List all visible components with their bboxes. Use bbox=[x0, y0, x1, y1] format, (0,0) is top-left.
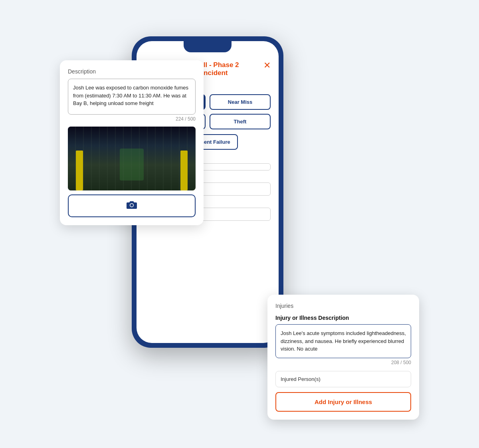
corridor-overlay bbox=[68, 127, 196, 190]
photo-preview bbox=[68, 127, 196, 190]
incident-type-theft[interactable]: Theft bbox=[210, 114, 271, 129]
camera-button[interactable] bbox=[68, 194, 196, 217]
close-button[interactable]: ✕ bbox=[263, 60, 271, 71]
illness-description-textarea[interactable]: Josh Lee's acute symptoms included light… bbox=[275, 324, 411, 358]
camera-icon bbox=[126, 200, 137, 210]
add-injury-button[interactable]: Add Injury or Illness bbox=[275, 392, 411, 412]
description-textarea[interactable]: Josh Lee was exposed to carbon monoxide … bbox=[68, 79, 196, 115]
description-card-title: Description bbox=[68, 68, 196, 75]
illness-description-label: Injury or Illness Description bbox=[275, 315, 411, 321]
description-char-count: 224 / 500 bbox=[68, 116, 196, 122]
injured-persons-field[interactable]: Injured Person(s) bbox=[275, 371, 411, 387]
injuries-section-title: Injuries bbox=[275, 303, 411, 309]
photo-preview-inner bbox=[68, 127, 196, 190]
description-card: Description Josh Lee was exposed to carb… bbox=[60, 60, 204, 225]
left-pillar bbox=[76, 151, 83, 190]
svg-point-0 bbox=[131, 204, 133, 207]
illness-char-count: 208 / 500 bbox=[275, 360, 411, 365]
phone-notch bbox=[184, 41, 232, 52]
incident-type-near-miss[interactable]: Near Miss bbox=[210, 94, 271, 110]
injuries-card: Injuries Injury or Illness Description J… bbox=[267, 295, 419, 420]
right-pillar bbox=[180, 151, 188, 190]
scene: Gray Wall - Phase 2 Log Incident ✕ Repor… bbox=[60, 28, 419, 420]
